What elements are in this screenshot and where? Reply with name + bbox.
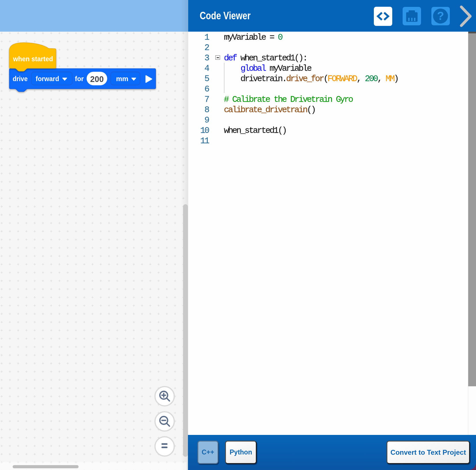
svg-text:drive: drive <box>13 75 28 83</box>
svg-text:?: ? <box>437 9 444 22</box>
svg-text:when started: when started <box>13 55 53 63</box>
svg-text:forward: forward <box>36 75 59 83</box>
svg-text:mm: mm <box>116 75 128 83</box>
svg-text:for: for <box>75 75 84 83</box>
svg-text:200: 200 <box>90 74 104 84</box>
